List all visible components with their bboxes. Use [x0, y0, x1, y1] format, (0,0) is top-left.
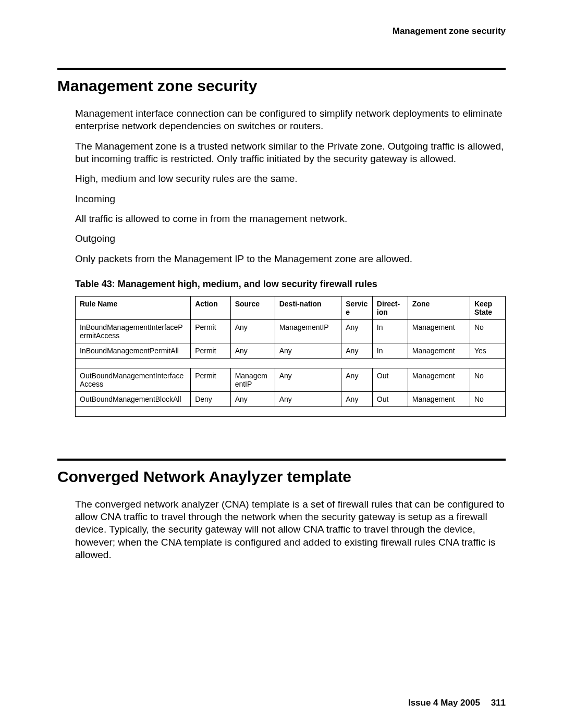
table-cell: Any [341, 343, 373, 358]
section1-body: Management interface connection can be c… [75, 107, 506, 265]
table-spacer-row [76, 406, 506, 416]
table-cell: InBoundManagementInterfacePermitAccess [76, 319, 191, 343]
col-header-service: Service [341, 296, 373, 319]
table-cell: InBoundManagementPermitAll [76, 343, 191, 358]
table-row: InBoundManagementInterfacePermitAccessPe… [76, 319, 506, 343]
table-cell: Any [341, 319, 373, 343]
table-cell: Management [408, 391, 470, 406]
paragraph: The Management zone is a trusted network… [75, 140, 506, 166]
table-cell: Any [341, 391, 373, 406]
table-cell: Any [341, 368, 373, 391]
table-cell: OutBoundManagementInterfaceAccess [76, 368, 191, 391]
section2-body: The converged network analyzer (CNA) tem… [75, 498, 506, 562]
table-cell: Any [230, 343, 275, 358]
table-cell: Yes [470, 343, 505, 358]
table-cell: Any [230, 391, 275, 406]
section2: Converged Network Anaylyzer template The… [57, 459, 506, 562]
table-body: InBoundManagementInterfacePermitAccessPe… [76, 319, 506, 416]
table-cell: OutBoundManagementBlockAll [76, 391, 191, 406]
col-header-direction: Direct-ion [372, 296, 408, 319]
table-cell: Management [408, 343, 470, 358]
paragraph: Management interface connection can be c… [75, 107, 506, 133]
col-header-rule-name: Rule Name [76, 296, 191, 319]
table-cell: Permit [191, 319, 231, 343]
paragraph: High, medium and low security rules are … [75, 172, 506, 185]
footer-page-number: 311 [491, 698, 506, 708]
paragraph: The converged network analyzer (CNA) tem… [75, 498, 506, 562]
table-cell: Deny [191, 391, 231, 406]
table-caption: Table 43: Management high, medium, and l… [75, 279, 506, 290]
col-header-keep-state: Keep State [470, 296, 505, 319]
footer-issue: Issue 4 May 2005 [408, 698, 480, 708]
col-header-action: Action [191, 296, 231, 319]
table-cell: No [470, 368, 505, 391]
table-cell: Out [372, 368, 408, 391]
col-header-destination: Desti-nation [275, 296, 341, 319]
spacer-cell [76, 406, 506, 416]
table-cell: No [470, 319, 505, 343]
table-row: OutBoundManagementBlockAllDenyAnyAnyAnyO… [76, 391, 506, 406]
section-rule [57, 459, 506, 461]
table-cell: ManagementIP [230, 368, 275, 391]
table-row: InBoundManagementPermitAllPermitAnyAnyAn… [76, 343, 506, 358]
col-header-zone: Zone [408, 296, 470, 319]
table-cell: Permit [191, 368, 231, 391]
table-header-row: Rule Name Action Source Desti-nation Ser… [76, 296, 506, 319]
paragraph: Outgoing [75, 232, 506, 245]
paragraph: Incoming [75, 193, 506, 205]
table-cell: No [470, 391, 505, 406]
table-cell: Management [408, 319, 470, 343]
table-cell: Any [230, 319, 275, 343]
section1-title: Management zone security [57, 77, 506, 95]
table-row: OutBoundManagementInterfaceAccessPermitM… [76, 368, 506, 391]
table-cell: In [372, 319, 408, 343]
running-head: Management zone security [57, 26, 506, 36]
table-cell: Management [408, 368, 470, 391]
table-cell: Out [372, 391, 408, 406]
table-spacer-row [76, 358, 506, 368]
table-cell: Any [275, 343, 341, 358]
paragraph: Only packets from the Management IP to t… [75, 253, 506, 265]
section-rule [57, 68, 506, 70]
spacer-cell [76, 358, 506, 368]
firewall-rules-table: Rule Name Action Source Desti-nation Ser… [75, 296, 506, 417]
paragraph: All traffic is allowed to come in from t… [75, 213, 506, 225]
table-cell: Any [275, 368, 341, 391]
table-cell: ManagementIP [275, 319, 341, 343]
page-footer: Issue 4 May 2005 311 [408, 698, 506, 708]
page: Management zone security Management zone… [0, 0, 563, 728]
section2-title: Converged Network Anaylyzer template [57, 468, 506, 486]
table-cell: Permit [191, 343, 231, 358]
table-cell: In [372, 343, 408, 358]
table-cell: Any [275, 391, 341, 406]
col-header-source: Source [230, 296, 275, 319]
